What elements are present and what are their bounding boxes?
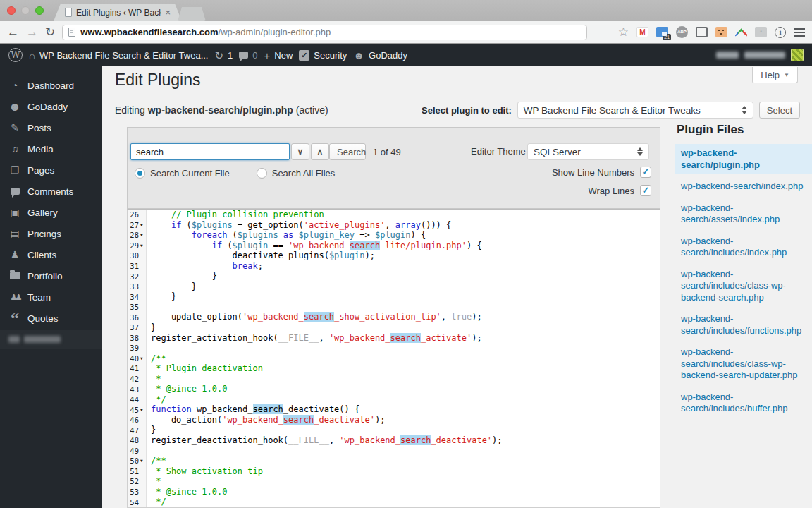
- fold-marker-icon[interactable]: ▼: [140, 408, 146, 412]
- code-text[interactable]: *: [147, 476, 161, 487]
- sidebar-item-pricings[interactable]: ▤Pricings: [0, 223, 102, 244]
- sidebar-item-quotes[interactable]: “Quotes: [0, 308, 102, 329]
- code-text[interactable]: * Show activation tip: [147, 466, 263, 477]
- minimize-window-button[interactable]: [21, 6, 30, 15]
- site-name-menu[interactable]: ⌂ WP Backend File Search & Editor Twea..…: [29, 50, 208, 61]
- search-button[interactable]: Search: [329, 143, 366, 160]
- disabled-extension-icon[interactable]: *: [755, 27, 767, 37]
- code-text[interactable]: /**: [147, 456, 166, 466]
- sidebar-item-redacted[interactable]: [0, 330, 102, 349]
- plugin-select-dropdown[interactable]: WP Backend File Search & Editor Tweaks: [517, 102, 753, 119]
- sidebar-item-comments[interactable]: Comments: [0, 181, 102, 202]
- code-text[interactable]: }: [147, 425, 156, 435]
- sidebar-item-clients[interactable]: ♟Clients: [0, 244, 102, 265]
- plugin-file-link[interactable]: wp-backend-search/includes/functions.php: [675, 310, 812, 340]
- code-text[interactable]: /**: [147, 353, 166, 364]
- code-text[interactable]: [147, 446, 151, 456]
- info-icon[interactable]: i: [775, 27, 786, 38]
- code-text[interactable]: do_action('wp_backend_search_deactivate'…: [147, 415, 385, 425]
- fold-marker-icon[interactable]: ▼: [140, 223, 146, 227]
- reload-icon[interactable]: ↻: [45, 26, 55, 38]
- plugin-file-link[interactable]: wp-backend-search/includes/class-wp-back…: [675, 343, 812, 385]
- fold-marker-icon[interactable]: ▼: [140, 243, 146, 248]
- updates-menu[interactable]: ↻ 1: [214, 50, 233, 61]
- plugin-file-link[interactable]: wp-backend-search/assets/index.php: [675, 199, 812, 229]
- code-text[interactable]: * Plugin deactivation: [147, 363, 263, 374]
- radio-checked-icon[interactable]: [135, 168, 145, 179]
- radio-unchecked-icon[interactable]: [257, 168, 267, 179]
- plugin-file-link[interactable]: wp-backend-search/includes/index.php: [675, 232, 812, 262]
- avatar-extension-icon[interactable]: [715, 27, 727, 37]
- code-text[interactable]: function wp_backend_search_deactivate() …: [147, 404, 359, 415]
- tab-manager-extension-icon[interactable]: 21: [656, 27, 668, 37]
- sidebar-item-gallery[interactable]: ▣Gallery: [0, 202, 102, 223]
- zoom-window-button[interactable]: [35, 6, 44, 15]
- godaddy-menu[interactable]: ☻ GoDaddy: [353, 50, 407, 61]
- browser-tab[interactable]: Edit Plugins ‹ WP Backend ×: [54, 4, 182, 21]
- sidebar-item-godaddy[interactable]: ☻GoDaddy: [0, 96, 102, 117]
- new-tab-button[interactable]: [178, 7, 206, 21]
- wp-logo-menu[interactable]: W: [8, 48, 23, 62]
- sidebar-item-media[interactable]: ♫Media: [0, 138, 102, 159]
- back-icon[interactable]: ←: [7, 26, 19, 38]
- wrap-lines-checkbox[interactable]: [640, 185, 651, 196]
- menu-hamburger-icon[interactable]: [794, 28, 805, 37]
- url-bar[interactable]: www.wpbackendfilesearch.com/wp-admin/plu…: [62, 25, 587, 40]
- plugin-file-link[interactable]: wp-backend-search/plugin.php: [675, 144, 812, 174]
- radio-search-current-file[interactable]: Search Current File: [135, 168, 230, 179]
- code-text[interactable]: [147, 343, 151, 353]
- code-text[interactable]: if ($plugins = get_option('active_plugin…: [147, 220, 451, 231]
- code-text[interactable]: }: [147, 271, 217, 282]
- code-text[interactable]: * @since 1.0.0: [147, 384, 227, 394]
- code-text[interactable]: register_deactivation_hook(__FILE__, 'wp…: [147, 435, 503, 446]
- code-text[interactable]: }: [147, 282, 197, 292]
- search-prev-button[interactable]: ∧: [311, 143, 329, 160]
- code-text[interactable]: *: [147, 374, 161, 385]
- help-button[interactable]: Help ▼: [752, 67, 798, 83]
- code-text[interactable]: if ($plugin == 'wp-backend-search-lite/p…: [147, 241, 482, 251]
- sidebar-item-dashboard[interactable]: ◔Dashboard: [0, 75, 102, 96]
- code-token: [151, 241, 212, 250]
- code-text[interactable]: deactivate_plugins($plugin);: [147, 250, 375, 261]
- swoosh-extension-icon[interactable]: [735, 28, 747, 37]
- code-text[interactable]: */: [147, 394, 166, 405]
- plugin-file-link[interactable]: wp-backend-search/includes/buffer.php: [675, 388, 812, 418]
- code-text[interactable]: * @since 1.0.0: [147, 487, 227, 497]
- editor-theme-dropdown[interactable]: SQLServer: [527, 143, 649, 160]
- code-text[interactable]: register_activation_hook(__FILE__, 'wp_b…: [147, 333, 482, 344]
- tab-close-icon[interactable]: ×: [165, 8, 171, 17]
- code-text[interactable]: break;: [147, 261, 263, 272]
- adblock-extension-icon[interactable]: ABP: [676, 26, 688, 38]
- code-text[interactable]: }: [147, 322, 156, 333]
- sidebar-item-pages[interactable]: ❐Pages: [0, 159, 102, 181]
- fold-marker-icon[interactable]: ▼: [140, 459, 146, 463]
- sidebar-item-posts[interactable]: ✎Posts: [0, 117, 102, 138]
- forward-icon[interactable]: →: [26, 26, 38, 38]
- security-menu[interactable]: ✓ Security: [299, 50, 347, 61]
- plugin-file-link[interactable]: wp-backend-search/index.php: [675, 177, 812, 196]
- fold-marker-icon[interactable]: ▼: [140, 233, 146, 237]
- code-text[interactable]: // Plugin collision prevention: [147, 210, 324, 220]
- close-window-button[interactable]: [7, 6, 16, 15]
- bookmark-star-icon[interactable]: ☆: [618, 25, 629, 40]
- show-line-numbers-checkbox[interactable]: [640, 167, 651, 178]
- gmail-extension-icon[interactable]: M: [636, 27, 648, 37]
- sidebar-item-portfolio[interactable]: Portfolio: [0, 265, 102, 286]
- radio-search-all-files[interactable]: Search All Files: [257, 168, 336, 179]
- code-text[interactable]: foreach ($plugins as $plugin_key => $plu…: [147, 230, 426, 241]
- user-account-menu[interactable]: [716, 49, 804, 61]
- code-text[interactable]: }: [147, 291, 176, 302]
- search-input[interactable]: [130, 143, 290, 160]
- search-next-button[interactable]: ∨: [291, 143, 309, 160]
- cast-extension-icon[interactable]: [696, 27, 708, 37]
- code-text[interactable]: update_option('wp_backend_search_show_ac…: [147, 312, 482, 322]
- select-plugin-button[interactable]: Select: [759, 102, 800, 119]
- plugin-file-link[interactable]: wp-backend-search/includes/class-wp-back…: [675, 265, 812, 308]
- fold-marker-icon[interactable]: ▼: [140, 356, 146, 361]
- comments-menu[interactable]: 0: [239, 50, 257, 61]
- code-text[interactable]: [147, 302, 151, 313]
- code-text[interactable]: */: [147, 497, 166, 507]
- code-editor[interactable]: 26 // Plugin collision prevention27▼ if …: [127, 209, 660, 508]
- sidebar-item-team[interactable]: ♟♟Team: [0, 286, 102, 308]
- new-content-menu[interactable]: + New: [264, 50, 293, 61]
